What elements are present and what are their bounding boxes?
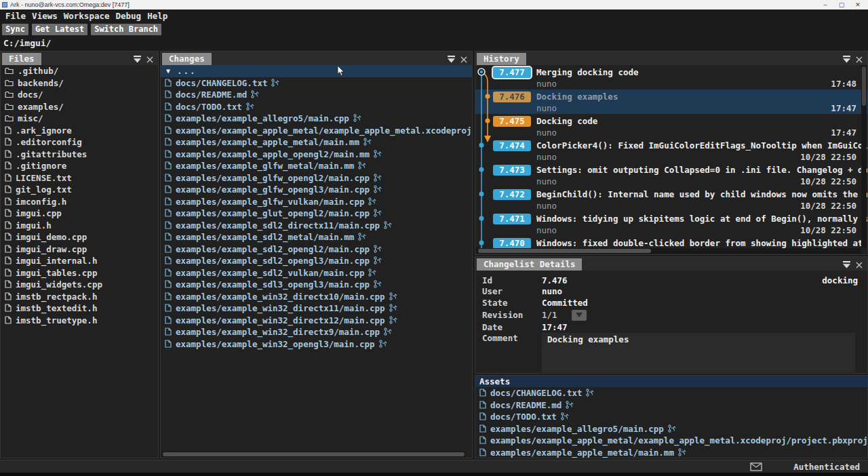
commit-row[interactable]: 7.472 BeginChild(): Internal name used b…: [475, 187, 867, 212]
close-icon[interactable]: [146, 56, 153, 63]
file-tree-row[interactable]: misc/: [1, 113, 158, 125]
changed-file-row[interactable]: examples/example_win32_directx9/main.cpp: [161, 326, 472, 338]
file-tree-row[interactable]: imstb_rectpack.h: [1, 291, 158, 303]
changed-file-row[interactable]: examples/example_glfw_metal/main.mm: [161, 160, 472, 172]
filter-icon[interactable]: [842, 56, 851, 63]
menu-item[interactable]: Debug: [115, 11, 141, 21]
changed-file-row[interactable]: examples/example_apple_metal/main.mm: [161, 136, 472, 148]
menu-item[interactable]: Help: [147, 11, 167, 21]
commit-time: 10/28 22:50: [800, 176, 867, 186]
changes-horizontal-scrollbar[interactable]: [161, 452, 466, 457]
file-tree-row[interactable]: imgui.cpp: [1, 207, 158, 220]
file-tree-row[interactable]: imgui_tables.cpp: [1, 267, 158, 279]
changed-file-row[interactable]: docs/README.md: [161, 89, 472, 101]
file-tree-row[interactable]: docs/: [1, 89, 158, 101]
changed-file-row[interactable]: examples/example_glfw_opengl3/main.cpp: [161, 184, 472, 196]
file-icon: [5, 254, 12, 267]
close-button[interactable]: ✕: [853, 1, 863, 8]
changed-file-row[interactable]: examples/example_sdl3_opengl3/main.cpp: [161, 279, 472, 291]
changed-file-row[interactable]: docs/README.md: [475, 399, 867, 412]
file-tree-row[interactable]: LICENSE.txt: [1, 172, 158, 184]
commit-row[interactable]: 7.475 Docking code nuno 17:47: [475, 114, 867, 138]
changed-file-row[interactable]: docs/CHANGELOG.txt: [475, 387, 867, 399]
filter-icon[interactable]: [842, 261, 851, 269]
changed-file-row[interactable]: examples/example_glut_opengl2/main.cpp: [161, 207, 472, 220]
toolbar-button[interactable]: Sync: [2, 24, 28, 35]
filter-icon[interactable]: [133, 56, 142, 63]
revision-dropdown[interactable]: [572, 310, 587, 321]
maximize-button[interactable]: ▢: [837, 1, 846, 8]
changed-file-row[interactable]: examples/example_apple_metal/example_app…: [161, 125, 472, 137]
commit-row[interactable]: 7.476 Docking examples nuno 17:47: [475, 90, 867, 114]
file-tree-row[interactable]: examples/: [1, 101, 158, 113]
commit-row[interactable]: 7.474 ColorPicker4(): Fixed ImGuiColorEd…: [475, 138, 867, 163]
commit-row[interactable]: 7.473 Settings: omit outputing Collapsed…: [475, 163, 867, 187]
changed-file-row[interactable]: examples/example_apple_metal/example_app…: [475, 435, 867, 447]
minimize-button[interactable]: –: [821, 1, 830, 8]
file-tree-row[interactable]: imstb_textedit.h: [1, 302, 158, 315]
changed-file-row[interactable]: docs/TODO.txt: [161, 101, 472, 113]
changes-tab[interactable]: Changes: [162, 53, 212, 65]
changed-file-row[interactable]: examples/example_glfw_opengl2/main.cpp: [161, 172, 472, 184]
changed-file-row[interactable]: examples/example_allegro5/main.cpp: [161, 113, 472, 125]
changed-file-row[interactable]: examples/example_apple_metal/main.mm: [475, 447, 867, 458]
changed-file-row[interactable]: examples/example_win32_opengl3/main.cpp: [161, 338, 472, 351]
comment-field[interactable]: Docking examples: [542, 333, 855, 372]
menu-item[interactable]: File: [5, 11, 26, 21]
close-icon[interactable]: [856, 56, 863, 63]
file-tree-row[interactable]: imstb_truetype.h: [1, 315, 158, 327]
toolbar-button[interactable]: Switch Branch: [91, 24, 161, 35]
branch-icon: [271, 77, 279, 90]
expand-arrow-icon[interactable]: ▼: [166, 67, 170, 75]
file-tree-row[interactable]: imconfig.h: [1, 196, 158, 208]
file-tree-row[interactable]: git_log.txt: [1, 184, 158, 196]
close-icon[interactable]: [460, 56, 467, 63]
file-tree-row[interactable]: backends/: [1, 77, 158, 90]
history-vertical-scrollbar[interactable]: [861, 65, 867, 248]
file-icon: [5, 243, 12, 256]
changed-file-row[interactable]: examples/example_win32_directx10/main.cp…: [161, 291, 472, 303]
assets-list: docs/CHANGELOG.txt docs/README.md docs/T…: [475, 387, 867, 458]
file-tree-row[interactable]: .gitattributes: [1, 148, 158, 161]
changed-file-row[interactable]: examples/example_win32_directx12/main.cp…: [161, 315, 472, 327]
changed-file-row[interactable]: examples/example_allegro5/main.cpp: [475, 423, 867, 435]
file-tree-row[interactable]: .ark_ignore: [1, 125, 158, 137]
menu-item[interactable]: Workspace: [64, 11, 110, 21]
commit-id-badge: 7.471: [493, 214, 531, 224]
file-icon: [479, 422, 486, 435]
file-tree-row[interactable]: .editorconfig: [1, 136, 158, 148]
changed-file-row[interactable]: examples/example_sdl2_opengl2/main.cpp: [161, 243, 472, 256]
changed-file-row[interactable]: examples/example_apple_opengl2/main.mm: [161, 148, 472, 161]
file-tree-row[interactable]: imgui_internal.h: [1, 255, 158, 267]
file-tree-row[interactable]: .github/: [1, 65, 158, 77]
close-icon[interactable]: [856, 262, 863, 269]
changed-file-row[interactable]: examples/example_sdl2_opengl3/main.cpp: [161, 255, 472, 267]
toolbar-button[interactable]: Get Latest: [32, 24, 87, 35]
commit-row[interactable]: 7.477 Merging docking code nuno 17:48: [475, 65, 867, 90]
changed-file-row[interactable]: docs/CHANGELOG.txt: [161, 77, 472, 90]
changes-root-row[interactable]: ▼ ...: [161, 65, 472, 77]
file-tree-row[interactable]: imgui_widgets.cpp: [1, 279, 158, 291]
filter-icon[interactable]: [447, 56, 456, 63]
changed-file-row[interactable]: examples/example_win32_directx11/main.cp…: [161, 302, 472, 315]
assets-header[interactable]: Assets: [475, 376, 867, 387]
file-tree-row[interactable]: .gitignore: [1, 160, 158, 172]
changed-file-row[interactable]: docs/TODO.txt: [475, 411, 867, 423]
history-horizontal-scrollbar[interactable]: [476, 248, 861, 254]
file-tree-row[interactable]: imgui_draw.cpp: [1, 243, 158, 256]
changed-file-row[interactable]: examples/example_sdl2_vulkan/main.cpp: [161, 267, 472, 279]
history-tab[interactable]: History: [477, 53, 526, 65]
detail-row-revision: Revision 1/1: [482, 309, 867, 322]
changelist-details-tab[interactable]: Changelist Details: [477, 258, 582, 271]
changed-file-row[interactable]: examples/example_sdl2_directx11/main.cpp: [161, 220, 472, 232]
branch-icon: [374, 172, 382, 184]
changed-file-path: examples/example_glfw_opengl2/main.cpp: [176, 173, 370, 183]
files-tab[interactable]: Files: [2, 53, 41, 65]
file-tree-row[interactable]: imgui.h: [1, 220, 158, 232]
menu-item[interactable]: Views: [32, 11, 58, 21]
commit-row[interactable]: 7.471 Windows: tidying up skipitems logi…: [475, 212, 867, 236]
changed-file-row[interactable]: examples/example_sdl2_metal/main.mm: [161, 231, 472, 243]
changed-file-row[interactable]: examples/example_glfw_vulkan/main.cpp: [161, 196, 472, 208]
file-tree-row[interactable]: imgui_demo.cpp: [1, 231, 158, 243]
changed-file-path: examples/example_win32_directx12/main.cp…: [176, 315, 385, 325]
